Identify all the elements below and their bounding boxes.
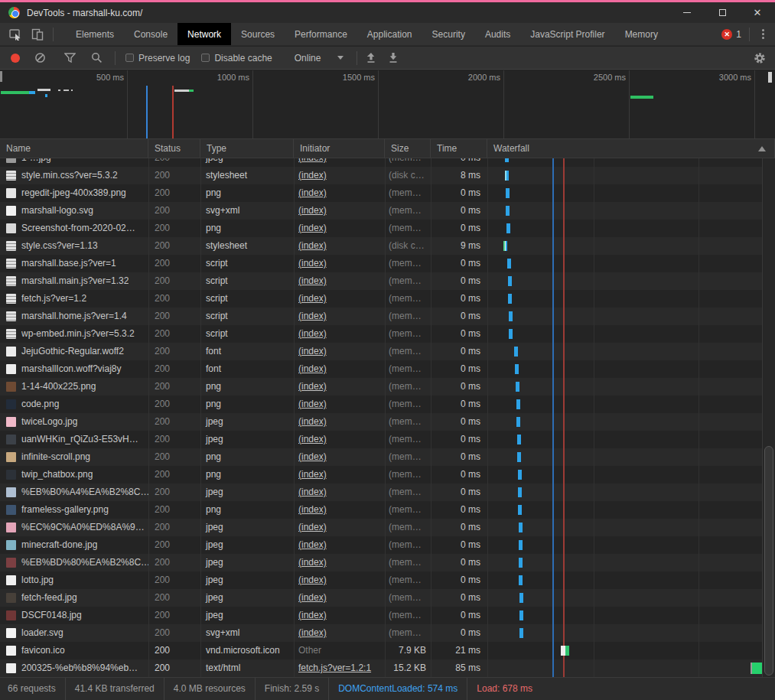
- table-row[interactable]: minecraft-done.jpg200jpeg(index)(mem…0 m…: [0, 536, 775, 554]
- column-header-name[interactable]: Name: [0, 139, 148, 158]
- waterfall-bar[interactable]: [519, 593, 523, 603]
- search-icon[interactable]: [91, 52, 103, 63]
- table-row[interactable]: regedit-jpeg-400x389.png200png(index)(me…: [0, 184, 775, 202]
- sort-ascending-icon[interactable]: [758, 146, 766, 151]
- waterfall-bar[interactable]: [518, 505, 522, 515]
- initiator-link[interactable]: (index): [298, 187, 327, 198]
- waterfall-bar[interactable]: [517, 452, 521, 462]
- waterfall-bar[interactable]: [506, 188, 510, 198]
- initiator-link[interactable]: (index): [298, 363, 327, 374]
- timeline-overview[interactable]: 500 ms1000 ms1500 ms2000 ms2500 ms3000 m…: [0, 70, 775, 139]
- waterfall-bar[interactable]: [519, 610, 523, 620]
- column-header-time[interactable]: Time: [431, 139, 487, 158]
- waterfall-bar[interactable]: [516, 382, 519, 392]
- initiator-link[interactable]: (index): [298, 451, 327, 462]
- table-row[interactable]: JejuGothic-Regular.woff2200font(index)(m…: [0, 343, 775, 360]
- minimize-button[interactable]: [669, 2, 705, 23]
- table-row[interactable]: marshall.home.js?ver=1.4200script(index)…: [0, 308, 775, 325]
- initiator-link[interactable]: (index): [298, 469, 327, 480]
- tab-sources[interactable]: Sources: [231, 23, 285, 45]
- column-header-type[interactable]: Type: [200, 139, 294, 158]
- tab-network[interactable]: Network: [177, 23, 231, 45]
- table-row[interactable]: fetch-feed.jpg200jpeg(index)(mem…0 ms: [0, 589, 775, 607]
- waterfall-bar[interactable]: [509, 329, 513, 339]
- tab-audits[interactable]: Audits: [475, 23, 520, 45]
- table-row[interactable]: code.png200png(index)(mem…0 ms: [0, 396, 775, 413]
- overview-scroll-handle[interactable]: [768, 72, 772, 83]
- filter-icon[interactable]: [64, 53, 76, 63]
- initiator-link[interactable]: (index): [298, 610, 327, 620]
- disable-cache-checkbox[interactable]: [201, 54, 210, 62]
- initiator-link[interactable]: (index): [298, 205, 327, 216]
- initiator-link[interactable]: (index): [298, 627, 327, 638]
- initiator-link[interactable]: (index): [298, 240, 327, 251]
- table-row[interactable]: fetch.js?ver=1.2200script(index)(mem…0 m…: [0, 290, 775, 308]
- table-row[interactable]: marshallIcon.woff?viaj8y200font(index)(m…: [0, 360, 775, 378]
- table-row[interactable]: 1-…jpg200jpeg(index)(mem…0 ms: [0, 158, 775, 167]
- error-badge[interactable]: ✕ 1: [721, 29, 741, 40]
- table-row[interactable]: 200325-%eb%b8%94%eb…200text/htmlfetch.js…: [0, 659, 775, 677]
- waterfall-bar[interactable]: [519, 575, 523, 585]
- waterfall-bar[interactable]: [503, 241, 507, 251]
- initiator-link[interactable]: (index): [298, 158, 327, 163]
- preserve-log-checkbox[interactable]: [125, 54, 134, 62]
- maximize-button[interactable]: [705, 2, 740, 23]
- table-row[interactable]: marshall.base.js?ver=1200script(index)(m…: [0, 255, 775, 272]
- table-row[interactable]: style.min.css?ver=5.3.2200stylesheet(ind…: [0, 167, 775, 184]
- waterfall-bar[interactable]: [519, 523, 523, 532]
- initiator-link[interactable]: (index): [298, 522, 327, 532]
- waterfall-bar[interactable]: [519, 628, 523, 638]
- initiator-link[interactable]: (index): [298, 592, 327, 603]
- initiator-link[interactable]: (index): [298, 416, 327, 427]
- initiator-link[interactable]: (index): [298, 487, 327, 497]
- initiator-link[interactable]: (index): [298, 311, 327, 321]
- column-header-size[interactable]: Size: [385, 139, 431, 158]
- tab-elements[interactable]: Elements: [66, 23, 124, 45]
- waterfall-bar[interactable]: [518, 487, 522, 497]
- chevron-down-icon[interactable]: [337, 56, 344, 60]
- waterfall-bar[interactable]: [515, 364, 519, 374]
- table-row[interactable]: twip_chatbox.png200png(index)(mem…0 ms: [0, 466, 775, 483]
- waterfall-bar[interactable]: [506, 206, 510, 216]
- waterfall-bar[interactable]: [561, 646, 569, 656]
- tab-console[interactable]: Console: [124, 23, 177, 45]
- inspect-element-icon[interactable]: [9, 28, 22, 41]
- initiator-link[interactable]: (index): [298, 575, 327, 585]
- initiator-link[interactable]: (index): [298, 399, 327, 409]
- initiator-link[interactable]: fetch.js?ver=1.2:1: [298, 663, 371, 673]
- settings-gear-icon[interactable]: [754, 52, 766, 64]
- table-row[interactable]: %EC%9C%A0%ED%8A%9…200jpeg(index)(mem…0 m…: [0, 519, 775, 536]
- waterfall-bar[interactable]: [505, 171, 509, 181]
- export-har-icon[interactable]: [388, 52, 399, 63]
- initiator-link[interactable]: (index): [298, 328, 327, 339]
- clear-icon[interactable]: [34, 52, 46, 63]
- scrollbar-thumb[interactable]: [764, 446, 773, 676]
- device-toolbar-icon[interactable]: [31, 28, 44, 41]
- tab-application[interactable]: Application: [357, 23, 422, 45]
- initiator-link[interactable]: (index): [298, 223, 327, 233]
- initiator-link[interactable]: (index): [298, 346, 327, 357]
- waterfall-bar[interactable]: [519, 540, 523, 550]
- waterfall-bar[interactable]: [509, 311, 513, 321]
- table-row[interactable]: %EB%BD%80%EA%B2%8C…200jpeg(index)(mem…0 …: [0, 554, 775, 571]
- tab-javascript-profiler[interactable]: JavaScript Profiler: [520, 23, 614, 45]
- table-row[interactable]: Screenshot-from-2020-02…200png(index)(me…: [0, 220, 775, 237]
- table-row[interactable]: marshall.main.js?ver=1.32200script(index…: [0, 272, 775, 290]
- throttling-select[interactable]: Online: [295, 53, 321, 63]
- waterfall-bar[interactable]: [505, 158, 509, 162]
- table-row[interactable]: favicon.ico200vnd.microsoft.iconOther7.9…: [0, 642, 775, 659]
- import-har-icon[interactable]: [366, 52, 376, 63]
- initiator-link[interactable]: (index): [298, 381, 327, 392]
- tab-memory[interactable]: Memory: [615, 23, 668, 45]
- table-row[interactable]: twiceLogo.jpg200jpeg(index)(mem…0 ms: [0, 413, 775, 431]
- waterfall-bar[interactable]: [517, 435, 521, 444]
- table-row[interactable]: wp-embed.min.js?ver=5.3.2200script(index…: [0, 325, 775, 343]
- table-row[interactable]: loader.svg200svg+xml(index)(mem…0 ms: [0, 624, 775, 642]
- close-button[interactable]: ✕: [740, 2, 775, 23]
- waterfall-bar[interactable]: [751, 663, 762, 674]
- tab-performance[interactable]: Performance: [285, 23, 357, 45]
- table-row[interactable]: 1-14-400x225.png200png(index)(mem…0 ms: [0, 378, 775, 396]
- column-header-status[interactable]: Status: [148, 139, 200, 158]
- record-button[interactable]: [11, 54, 20, 63]
- waterfall-bar[interactable]: [519, 558, 523, 568]
